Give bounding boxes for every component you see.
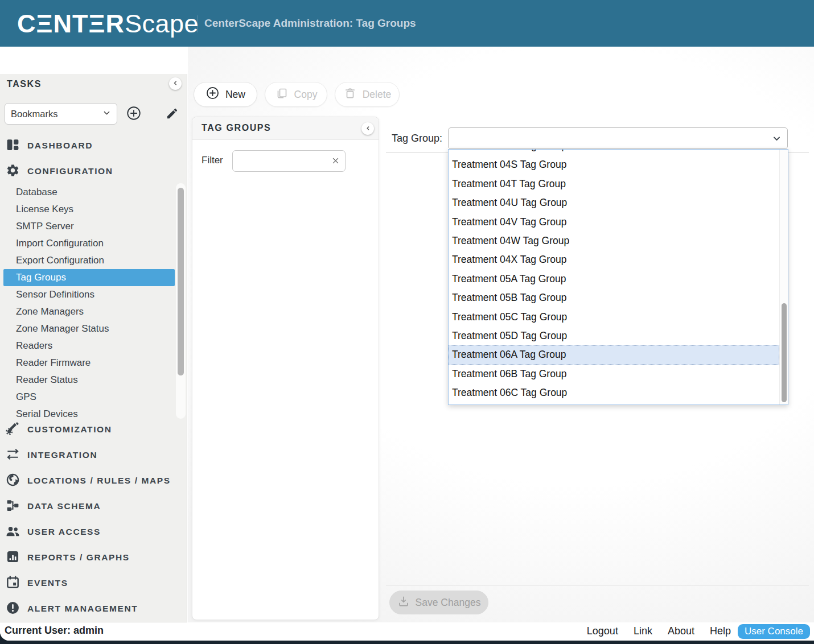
- swap-arrows-icon: [6, 447, 20, 464]
- calendar-icon: [6, 575, 20, 592]
- centerscape-logo: CΞNTΞRScape: [17, 11, 199, 36]
- sidebar-item-user-access[interactable]: USER ACCESS: [0, 524, 187, 540]
- bar-chart-icon: [6, 550, 20, 566]
- dropdown-item[interactable]: Treatment 04S Tag Group: [449, 155, 779, 174]
- copy-button[interactable]: Copy: [265, 82, 327, 107]
- dropdown-item[interactable]: Treatment 04X Tag Group: [449, 250, 779, 269]
- sidebar-item-license-keys[interactable]: License Keys: [0, 201, 174, 218]
- header-separator: [198, 15, 198, 32]
- footer-links: Logout Link About Help: [587, 625, 731, 637]
- sidebar-item-readers[interactable]: Readers: [0, 337, 174, 354]
- new-button-label: New: [225, 89, 245, 101]
- sidebar-item-tag-groups-selected[interactable]: Tag Groups: [3, 269, 175, 286]
- sidebar-item-zone-managers[interactable]: Zone Managers: [0, 303, 174, 320]
- tag-groups-panel-header: TAG GROUPS: [192, 117, 379, 140]
- link-link[interactable]: Link: [634, 625, 652, 637]
- help-link[interactable]: Help: [710, 625, 731, 637]
- sidebar-item-database[interactable]: Database: [0, 184, 174, 201]
- dropdown-item[interactable]: Treatment 05B Tag Group: [449, 288, 779, 307]
- editor-bottom-divider: [386, 585, 809, 585]
- edit-bookmarks-button[interactable]: [166, 107, 179, 122]
- sidebar-item-label: LOCATIONS / RULES / MAPS: [27, 476, 171, 486]
- sidebar-item-configuration[interactable]: CONFIGURATION: [0, 163, 187, 179]
- pencil-icon: [166, 112, 179, 122]
- sidebar-item-sensor-definitions[interactable]: Sensor Definitions: [0, 286, 174, 303]
- dropdown-item[interactable]: Treatment 04U Tag Group: [449, 193, 779, 212]
- copy-button-label: Copy: [294, 89, 318, 101]
- save-changes-button[interactable]: Save Changes: [389, 591, 488, 614]
- new-button[interactable]: New: [194, 82, 257, 107]
- logo-secondary: Scape: [125, 9, 199, 38]
- configuration-submenu: Database License Keys SMTP Server Import…: [0, 182, 187, 421]
- sidebar-item-integration[interactable]: INTEGRATION: [0, 447, 187, 463]
- sidebar-item-alert-management[interactable]: ALERT MANAGEMENT: [0, 601, 187, 617]
- dashboard-icon: [6, 138, 20, 154]
- sidebar-item-reader-firmware[interactable]: Reader Firmware: [0, 354, 174, 371]
- current-user-text: Current User: admin: [5, 625, 104, 637]
- dropdown-item[interactable]: Treatment 04T Tag Group: [449, 175, 779, 193]
- chevron-left-icon: [365, 123, 371, 134]
- tag-group-label: Tag Group:: [392, 133, 442, 145]
- sidebar-item-label: DATA SCHEMA: [27, 501, 101, 511]
- dropdown-item[interactable]: Treatment 06B Tag Group: [449, 365, 779, 383]
- dropdown-scrollbar-thumb[interactable]: [782, 303, 787, 402]
- main-content: New Copy Delete TAG GROUPS: [188, 47, 814, 622]
- logo-primary: CΞNTΞR: [17, 9, 125, 38]
- sidebar-item-reports-graphs[interactable]: REPORTS / GRAPHS: [0, 550, 187, 565]
- sidebar-item-dashboard[interactable]: DASHBOARD: [0, 138, 187, 154]
- page-background: CΞNTΞRScape CenterScape Administration: …: [0, 0, 814, 644]
- status-bar: Current User: admin Logout Link About He…: [0, 622, 814, 641]
- sidebar-item-gps[interactable]: GPS: [0, 389, 174, 406]
- dropdown-item[interactable]: Treatment 04W Tag Group: [449, 232, 779, 250]
- chevron-down-icon: [772, 134, 782, 146]
- delete-button[interactable]: Delete: [335, 82, 400, 107]
- dropdown-item-clipped[interactable]: Treatment 04R Tag Group: [449, 150, 779, 155]
- tag-group-dropdown-list: Treatment 04R Tag Group Treatment 04S Ta…: [448, 149, 788, 405]
- user-console-button[interactable]: User Console: [738, 624, 810, 639]
- plus-circle-icon: [205, 86, 220, 103]
- panel-collapse-button[interactable]: [361, 122, 374, 135]
- data-schema-icon: [6, 498, 20, 515]
- sidebar-item-label: USER ACCESS: [27, 527, 101, 537]
- clear-filter-icon[interactable]: [331, 156, 340, 167]
- sidebar-item-customization[interactable]: CUSTOMIZATION: [0, 422, 187, 437]
- dropdown-items: Treatment 04R Tag Group Treatment 04S Ta…: [449, 150, 779, 404]
- dropdown-item[interactable]: Treatment 04V Tag Group: [449, 213, 779, 232]
- dropdown-scrollbar-track[interactable]: [779, 150, 788, 404]
- sidebar-item-locations-rules-maps[interactable]: LOCATIONS / RULES / MAPS: [0, 473, 187, 489]
- sidebar-item-serial-devices[interactable]: Serial Devices: [0, 406, 174, 421]
- sidebar-item-label: CONFIGURATION: [27, 166, 113, 176]
- about-link[interactable]: About: [668, 625, 694, 637]
- sidebar-item-zone-manager-status[interactable]: Zone Manager Status: [0, 320, 174, 337]
- chevron-down-icon: [102, 109, 111, 119]
- sidebar-item-reader-status[interactable]: Reader Status: [0, 371, 174, 389]
- app-window: CΞNTΞRScape CenterScape Administration: …: [0, 0, 814, 641]
- tasks-sidebar: TASKS Bookmarks: [0, 74, 187, 622]
- gear-icon: [6, 163, 20, 180]
- logout-link[interactable]: Logout: [587, 625, 618, 637]
- sidebar-item-data-schema[interactable]: DATA SCHEMA: [0, 498, 187, 514]
- dropdown-item[interactable]: Treatment 05D Tag Group: [449, 327, 779, 345]
- submenu-scrollbar-thumb[interactable]: [178, 188, 184, 375]
- sidebar-item-label: EVENTS: [27, 578, 68, 588]
- sidebar-item-events[interactable]: EVENTS: [0, 575, 187, 591]
- dropdown-item-highlighted[interactable]: Treatment 06A Tag Group: [449, 345, 779, 364]
- dropdown-item[interactable]: Treatment 05A Tag Group: [449, 270, 779, 288]
- bookmarks-select[interactable]: Bookmarks: [5, 103, 117, 125]
- sidebar-item-export-configuration[interactable]: Export Configuration: [0, 252, 174, 269]
- sidebar-collapse-button[interactable]: [169, 77, 182, 90]
- sidebar-item-smtp-server[interactable]: SMTP Server: [0, 218, 174, 235]
- plus-circle-icon: [126, 113, 142, 123]
- customization-pencil-gear-icon: [6, 422, 20, 438]
- dropdown-item[interactable]: Treatment 06C Tag Group: [449, 383, 779, 402]
- sidebar-item-import-configuration[interactable]: Import Configuration: [0, 235, 174, 252]
- trash-icon: [343, 86, 357, 103]
- submenu-scrollbar-track[interactable]: [176, 183, 186, 419]
- tasks-panel-title: TASKS: [7, 79, 42, 89]
- sidebar-item-label: ALERT MANAGEMENT: [27, 604, 138, 614]
- add-bookmark-button[interactable]: [126, 105, 142, 123]
- filter-input[interactable]: [237, 151, 327, 171]
- dropdown-item[interactable]: Treatment 05C Tag Group: [449, 308, 779, 327]
- bookmarks-select-value: Bookmarks: [11, 109, 58, 119]
- tag-group-select[interactable]: [448, 127, 788, 149]
